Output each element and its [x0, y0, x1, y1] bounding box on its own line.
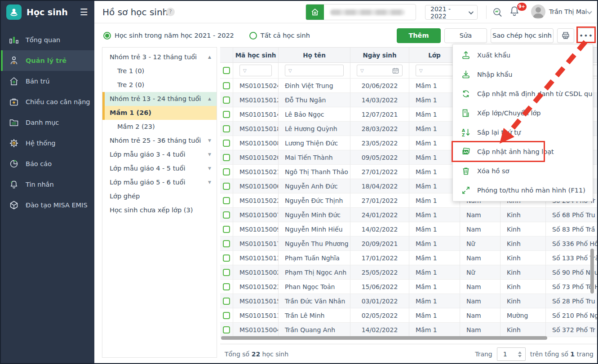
expand-arrow-icon[interactable]: ▼: [208, 175, 211, 189]
tree-class[interactable]: Mầm 2 (23): [102, 120, 217, 134]
menu-item-delete[interactable]: Xóa hồ sơ: [453, 161, 593, 180]
vertical-scrollbar[interactable]: [590, 249, 594, 294]
expand-arrow-icon[interactable]: ▼: [208, 148, 211, 162]
row-checkbox[interactable]: [223, 168, 230, 175]
col-header-code[interactable]: Mã học sinh: [233, 48, 279, 63]
tree-class[interactable]: Tre 2 (0): [102, 78, 217, 92]
help-icon[interactable]: ?: [166, 8, 175, 16]
sidebar-item-tin-nhan[interactable]: Tin nhắn: [1, 174, 94, 195]
filter-dob-input[interactable]: ▽: [357, 65, 403, 76]
sidebar-item-quan-ly-tre[interactable]: Quản lý trẻ: [1, 50, 94, 71]
row-checkbox[interactable]: [223, 326, 230, 333]
menu-item-sync-id[interactable]: Cập nhật mã định danh từ CSDL quốc gia: [453, 84, 593, 103]
row-checkbox[interactable]: [223, 269, 230, 276]
expand-arrow-icon[interactable]: ▼: [208, 162, 211, 175]
sidebar-item-bao-cao[interactable]: Báo cáo: [1, 153, 94, 174]
row-checkbox[interactable]: [223, 111, 230, 118]
hamburger-icon[interactable]: ☰: [80, 8, 88, 17]
row-checkbox[interactable]: [223, 211, 230, 219]
stepper-up-icon[interactable]: [518, 351, 522, 354]
notifications-button[interactable]: 9+: [509, 5, 524, 20]
cell-code: MS01015021: [233, 165, 279, 179]
copy-student-button[interactable]: Sao chép học sinh: [491, 28, 554, 43]
menu-item-assign-class[interactable]: Xếp lớp/Chuyển lớp: [453, 103, 593, 123]
tree-group[interactable]: Nhóm trẻ 3 - 12 tháng tuổi▲: [102, 50, 217, 64]
table-row[interactable]: MS01015013 Phạm Tuấn Nghĩa 17/01/2022 Mầ…: [220, 251, 598, 265]
select-all-checkbox[interactable]: [223, 67, 230, 74]
add-button[interactable]: Thêm: [397, 28, 441, 43]
more-actions-button[interactable]: •••: [578, 28, 595, 43]
filter-code-input[interactable]: ▽: [239, 65, 272, 76]
sidebar-item-dao-tao[interactable]: Đào tạo MISA EMIS: [1, 195, 94, 215]
table-row[interactable]: MS01015007 Nguyễn Minh Đức 24/01/2022 Mầ…: [220, 208, 598, 222]
col-header-dob[interactable]: Ngày sinh: [350, 48, 409, 63]
row-checkbox[interactable]: [223, 140, 230, 147]
filter-name-input[interactable]: ▽: [285, 65, 344, 76]
menu-item-export[interactable]: Xuất khẩu: [453, 45, 593, 65]
sidebar-item-tong-quan[interactable]: Tổng quan: [1, 30, 94, 50]
user-name[interactable]: Trần Thị Mai: [549, 8, 587, 15]
student-filter-radios: Học sinh trong năm học 2021 - 2022 Tất c…: [103, 32, 310, 39]
tree-group[interactable]: Lớp mẫu giáo 4 - 5 tuổi▼: [102, 162, 217, 175]
avatar[interactable]: [531, 4, 545, 19]
radio-current-year[interactable]: Học sinh trong năm học 2021 - 2022: [103, 32, 234, 39]
table-row[interactable]: MS01015004 Trần Quang Anh 14/02/2022 Mầm…: [220, 323, 598, 337]
sidebar-item-chieu-cao-can-nang[interactable]: Chiều cao cân nặng: [1, 92, 94, 112]
filter-class-input[interactable]: ▽: [416, 65, 453, 76]
tree-group[interactable]: Nhóm trẻ 13 - 24 tháng tuổi▲: [102, 92, 217, 106]
radio-all-students[interactable]: Tất cả học sinh: [249, 32, 310, 39]
table-row[interactable]: MS01015009 Nguyễn Minh Hiếu 14/02/2022 M…: [220, 222, 598, 237]
svg-text:A: A: [462, 128, 465, 132]
school-year-select[interactable]: 2021 - 2022: [425, 5, 478, 20]
sidebar-item-ban-tru[interactable]: Bán trú: [1, 71, 94, 92]
tree-group[interactable]: Nhóm trẻ 25 - 36 tháng tuổi▼: [102, 134, 217, 148]
edit-button[interactable]: Sửa: [444, 28, 487, 43]
cell-code: MS01015024: [233, 79, 279, 93]
table-row[interactable]: MS01015023 Phan Ngọc Toản 15/06/2022 Mầm…: [220, 280, 598, 294]
table-row[interactable]: MS01015015 Trần Đức Văn Nhân 03/01/2022 …: [220, 294, 598, 308]
quick-search-icon[interactable]: [491, 6, 504, 19]
horizontal-scrollbar[interactable]: [221, 336, 547, 340]
row-checkbox[interactable]: [223, 283, 230, 290]
sidebar-item-danh-muc[interactable]: Danh mục: [1, 112, 94, 133]
cell-dob: 17/01/2022: [350, 251, 409, 265]
cell-code: MS01015013: [233, 251, 279, 265]
menu-item-reorder[interactable]: AZ Sắp lại thứ tự: [453, 123, 593, 142]
tree-group[interactable]: Lớp ghép: [102, 189, 217, 203]
menu-item-bulk-photo-update[interactable]: Cập nhật ảnh hàng loạt: [453, 142, 593, 161]
table-row[interactable]: MS01015011 Trần Lê Minh 02/05/2022 Mầm 1…: [220, 308, 598, 323]
tree-group[interactable]: Lớp mẫu giáo 5 - 6 tuổi▼: [102, 175, 217, 189]
row-checkbox[interactable]: [223, 183, 230, 190]
tree-group[interactable]: Học sinh chưa xếp lớp (3): [102, 203, 217, 217]
expand-arrow-icon[interactable]: ▼: [208, 134, 211, 148]
table-row[interactable]: MS01015002 Phạm Thị Ngọc Anh 25/05/2022 …: [220, 265, 598, 280]
table-row[interactable]: MS01015017 Nguyễn Thu Phương 20/09/2021 …: [220, 237, 598, 251]
tree-class-selected[interactable]: Mầm 1 (26): [102, 106, 217, 120]
col-header-name[interactable]: Họ tên: [279, 48, 350, 63]
user-chevron-down-icon[interactable]: [587, 9, 592, 14]
row-checkbox[interactable]: [223, 254, 230, 262]
menu-item-import[interactable]: Nhập khẩu: [453, 65, 593, 84]
sidebar-item-he-thong[interactable]: Hệ thống: [1, 133, 94, 153]
cell-dob: 20/09/2021: [350, 237, 409, 251]
row-checkbox[interactable]: [223, 226, 230, 233]
row-checkbox[interactable]: [223, 82, 230, 89]
row-checkbox[interactable]: [223, 197, 230, 204]
sidebar-item-label: Hệ thống: [26, 140, 56, 147]
row-checkbox[interactable]: [223, 298, 230, 305]
menu-item-fullscreen[interactable]: Phóng to/thu nhỏ màn hình (F11): [453, 180, 593, 200]
collapse-arrow-icon[interactable]: ▲: [208, 92, 211, 106]
tree-class[interactable]: Tre 1 (0): [102, 64, 217, 78]
row-checkbox[interactable]: [223, 312, 230, 319]
row-checkbox[interactable]: [223, 240, 230, 247]
cell-address: Số 372 Phố Tr: [546, 323, 598, 337]
row-checkbox[interactable]: [223, 154, 230, 161]
page-number-stepper[interactable]: 1: [497, 347, 526, 361]
row-checkbox[interactable]: [223, 96, 230, 104]
tree-group[interactable]: Lớp mẫu giáo 3 - 4 tuổi▼: [102, 148, 217, 162]
row-checkbox[interactable]: [223, 125, 230, 132]
print-button[interactable]: [557, 28, 574, 43]
school-selector[interactable]: [306, 4, 416, 20]
collapse-arrow-icon[interactable]: ▲: [208, 50, 211, 64]
stepper-down-icon[interactable]: [518, 355, 522, 357]
